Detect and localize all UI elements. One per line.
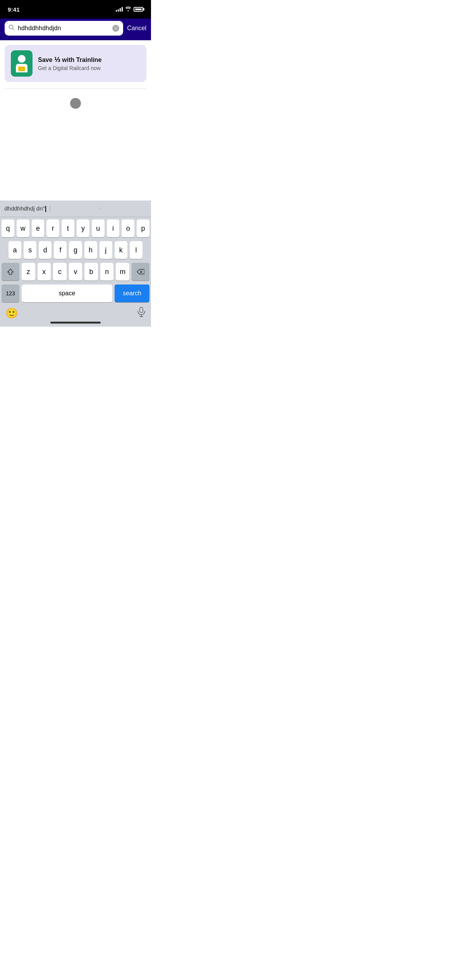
autocorrect-bar: dhddhhdhdj dn" <box>0 200 151 217</box>
battery-icon <box>134 7 143 12</box>
autocorrect-text: dhddhhdhdj dn" <box>4 205 45 212</box>
key-row-3: z x c v b n m <box>2 263 149 281</box>
wifi-icon <box>125 6 131 12</box>
key-w[interactable]: w <box>17 219 29 237</box>
key-g[interactable]: g <box>69 241 82 259</box>
trainline-icon <box>11 50 33 77</box>
bottom-bar: 🙂 <box>0 304 151 322</box>
autocorrect-item-3[interactable] <box>101 207 151 210</box>
key-z[interactable]: z <box>22 263 35 281</box>
loading-spinner <box>70 98 81 109</box>
key-a[interactable]: a <box>9 241 21 259</box>
search-box[interactable]: hdhddhhdhdjdn × <box>5 21 123 36</box>
key-d[interactable]: d <box>39 241 51 259</box>
cancel-button[interactable]: Cancel <box>127 25 146 32</box>
key-o[interactable]: o <box>122 219 134 237</box>
loading-area <box>5 90 146 117</box>
key-k[interactable]: k <box>115 241 127 259</box>
svg-rect-4 <box>140 307 143 313</box>
key-l[interactable]: l <box>130 241 142 259</box>
key-c[interactable]: c <box>53 263 67 281</box>
key-y[interactable]: y <box>77 219 89 237</box>
key-i[interactable]: i <box>107 219 120 237</box>
autocorrect-item-2[interactable] <box>50 207 101 210</box>
key-p[interactable]: p <box>137 219 149 237</box>
key-b[interactable]: b <box>84 263 98 281</box>
key-row-2: a s d f g h j k l <box>2 241 149 259</box>
promo-title: Save ⅓ with Trainline <box>38 56 102 63</box>
keyboard: dhddhhdhdj dn" q w e r t y u i o p a s d… <box>0 200 151 327</box>
key-q[interactable]: q <box>2 219 14 237</box>
search-input[interactable]: hdhddhhdhdjdn <box>18 25 109 32</box>
key-s[interactable]: s <box>24 241 36 259</box>
mic-button[interactable] <box>137 307 146 319</box>
search-icon <box>9 24 15 32</box>
keyboard-rows: q w e r t y u i o p a s d f g h j k l <box>0 217 151 304</box>
search-key[interactable]: search <box>115 284 149 302</box>
promo-text: Save ⅓ with Trainline Get a Digital Rail… <box>38 56 102 71</box>
key-u[interactable]: u <box>92 219 105 237</box>
status-bar: 9:41 <box>0 0 151 19</box>
key-x[interactable]: x <box>38 263 51 281</box>
home-bar <box>50 322 101 324</box>
key-n[interactable]: n <box>100 263 114 281</box>
space-key[interactable]: space <box>22 284 112 302</box>
emoji-button[interactable]: 🙂 <box>5 307 18 319</box>
backspace-key[interactable] <box>132 263 149 281</box>
app-header: hdhddhhdhdjdn × Cancel <box>0 19 151 40</box>
key-row-1: q w e r t y u i o p <box>2 219 149 237</box>
key-m[interactable]: m <box>116 263 129 281</box>
key-v[interactable]: v <box>69 263 82 281</box>
shift-key[interactable] <box>2 263 19 281</box>
key-r[interactable]: r <box>46 219 59 237</box>
status-icons <box>116 6 143 12</box>
svg-line-1 <box>13 29 14 30</box>
key-j[interactable]: j <box>100 241 112 259</box>
numeric-key[interactable]: 123 <box>2 284 19 302</box>
divider <box>5 88 146 89</box>
main-content: Save ⅓ with Trainline Get a Digital Rail… <box>0 40 151 121</box>
key-h[interactable]: h <box>84 241 97 259</box>
key-e[interactable]: e <box>32 219 45 237</box>
autocorrect-item-1[interactable]: dhddhhdhdj dn" <box>0 204 50 214</box>
clear-search-button[interactable]: × <box>112 25 119 32</box>
promo-subtitle: Get a Digital Railcard now <box>38 65 102 71</box>
key-f[interactable]: f <box>54 241 67 259</box>
status-time: 9:41 <box>8 6 20 13</box>
search-row: hdhddhhdhdjdn × Cancel <box>5 21 146 36</box>
promo-card[interactable]: Save ⅓ with Trainline Get a Digital Rail… <box>5 45 146 82</box>
signal-icon <box>116 7 123 12</box>
home-indicator <box>0 322 151 327</box>
key-row-4: 123 space search <box>2 284 149 302</box>
key-t[interactable]: t <box>62 219 74 237</box>
